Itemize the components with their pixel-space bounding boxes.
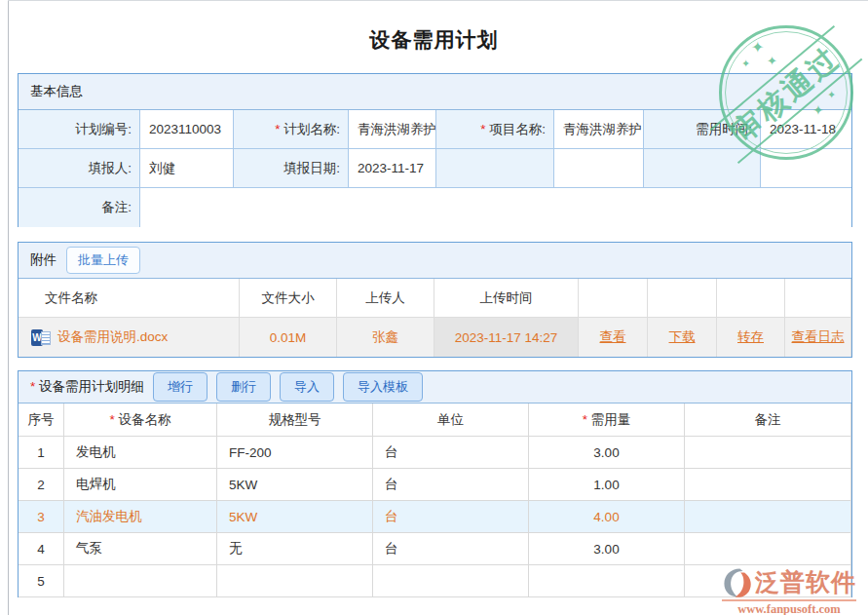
star-icon: ✦	[741, 58, 750, 69]
row-seq[interactable]: 2	[19, 469, 64, 501]
page-title: 设备需用计划	[0, 0, 868, 54]
remark-label: 备注:	[19, 188, 140, 227]
row-model[interactable]: FF-200	[217, 437, 373, 469]
brand-name: 泛普软件	[755, 566, 856, 598]
row-equipment-name[interactable]: 汽油发电机	[64, 501, 217, 533]
row-unit[interactable]: 台	[373, 533, 529, 565]
plan-name-label: 计划名称:	[234, 110, 349, 149]
row-seq[interactable]: 3	[19, 501, 64, 533]
row-equipment-name[interactable]: 电焊机	[64, 469, 217, 501]
need-time-label: 需用时间:	[644, 110, 761, 149]
plan-no-value: 2023110003	[140, 110, 234, 149]
row-qty[interactable]: 1.00	[529, 469, 685, 501]
row-model[interactable]: 5KW	[217, 501, 373, 533]
project-name-label: 项目名称:	[436, 110, 554, 149]
view-log-link[interactable]: 查看日志	[792, 328, 845, 346]
attachment-uploader: 张鑫	[337, 318, 434, 357]
row-seq[interactable]: 4	[19, 533, 64, 565]
row-model[interactable]: 无	[217, 533, 373, 565]
row-seq[interactable]: 5	[19, 565, 64, 597]
row-remark[interactable]	[685, 501, 851, 533]
plan-no-label: 计划编号:	[19, 110, 140, 149]
filler-value: 刘健	[140, 149, 234, 188]
row-remark[interactable]	[685, 469, 851, 501]
attachment-file-name-cell[interactable]: 设备需用说明.docx	[19, 318, 240, 357]
row-seq[interactable]: 1	[19, 437, 64, 469]
row-equipment-name[interactable]: 气泵	[64, 533, 217, 565]
attachment-file-name-link[interactable]: 设备需用说明.docx	[57, 328, 168, 346]
col-header-upload-time: 上传时间	[434, 279, 579, 318]
basic-info-grid: 计划编号: 2023110003 计划名称: 青海洪湖养护 项目名称: 青海洪湖…	[19, 110, 851, 227]
col-header-action	[648, 279, 717, 318]
row-qty[interactable]: 3.00	[529, 533, 685, 565]
fill-date-value: 2023-11-17	[349, 149, 436, 188]
col-header-remark: 备注	[685, 404, 851, 437]
detail-section-title: 设备需用计划明细	[30, 378, 144, 396]
col-header-action	[579, 279, 648, 318]
star-icon: ✦	[767, 55, 777, 67]
col-header-required-qty: 需用量	[529, 404, 685, 437]
page-frame-left	[8, 0, 9, 615]
empty-value-cell	[761, 149, 851, 188]
add-row-button[interactable]: 增行	[153, 372, 208, 402]
attachments-table: 文件名称 文件大小 上传人 上传时间 设备需用说明.docx 0.01M 张鑫 …	[19, 279, 851, 357]
row-qty[interactable]	[529, 565, 685, 597]
import-template-button[interactable]: 导入模板	[343, 372, 423, 402]
col-header-action	[785, 279, 851, 318]
basic-info-section: 基本信息 计划编号: 2023110003 计划名称: 青海洪湖养护 项目名称:…	[18, 73, 852, 227]
view-link[interactable]: 查看	[600, 328, 626, 346]
row-qty[interactable]: 3.00	[529, 437, 685, 469]
row-model[interactable]	[217, 565, 373, 597]
download-link[interactable]: 下载	[669, 328, 696, 346]
row-unit[interactable]: 台	[373, 469, 529, 501]
attachments-section: 附件 批量上传 文件名称 文件大小 上传人 上传时间 设备需用说明.docx 0…	[18, 242, 852, 358]
filler-label: 填报人:	[19, 149, 140, 188]
empty-label-cell	[436, 149, 554, 188]
col-header-model: 规格型号	[217, 404, 373, 437]
row-remark[interactable]	[685, 437, 851, 469]
row-unit[interactable]: 台	[373, 501, 529, 533]
basic-info-section-title: 基本信息	[19, 74, 851, 110]
delete-row-button[interactable]: 删行	[216, 372, 271, 402]
empty-value-cell	[554, 149, 644, 188]
row-qty[interactable]: 4.00	[529, 501, 685, 533]
need-time-value: 2023-11-18	[761, 110, 851, 149]
page-frame-top	[8, 0, 868, 1]
col-header-seq: 序号	[19, 404, 64, 437]
word-file-icon	[31, 329, 51, 346]
row-equipment-name[interactable]	[64, 565, 217, 597]
col-header-file-size: 文件大小	[240, 279, 337, 318]
attachment-upload-time: 2023-11-17 14:27	[434, 318, 579, 357]
fanpu-watermark: 泛普软件 www.fanpusoft.com	[722, 566, 856, 615]
col-header-unit: 单位	[373, 404, 529, 437]
attachments-section-title: 附件	[30, 251, 57, 269]
col-header-file-name: 文件名称	[19, 279, 240, 318]
remark-value	[140, 188, 851, 227]
fanpu-logo-icon	[722, 567, 753, 598]
col-header-uploader: 上传人	[337, 279, 434, 318]
brand-url: www.fanpusoft.com	[722, 599, 856, 615]
project-name-value: 青海洪湖养护	[554, 110, 644, 149]
col-header-action	[717, 279, 785, 318]
row-equipment-name[interactable]: 发电机	[64, 437, 217, 469]
col-header-equipment-name: 设备名称	[64, 404, 217, 437]
row-unit[interactable]	[373, 565, 529, 597]
row-model[interactable]: 5KW	[217, 469, 373, 501]
import-button[interactable]: 导入	[280, 372, 334, 402]
row-remark[interactable]	[685, 533, 851, 565]
plan-name-value: 青海洪湖养护	[349, 110, 436, 149]
transfer-save-link[interactable]: 转存	[737, 328, 764, 346]
detail-section: 设备需用计划明细 增行 删行 导入 导入模板 序号 设备名称 规格型号 单位 需…	[18, 370, 852, 597]
empty-label-cell	[644, 149, 761, 188]
attachment-file-size: 0.01M	[240, 318, 337, 357]
row-unit[interactable]: 台	[373, 437, 529, 469]
fill-date-label: 填报日期:	[234, 149, 349, 188]
batch-upload-button[interactable]: 批量上传	[66, 247, 140, 274]
